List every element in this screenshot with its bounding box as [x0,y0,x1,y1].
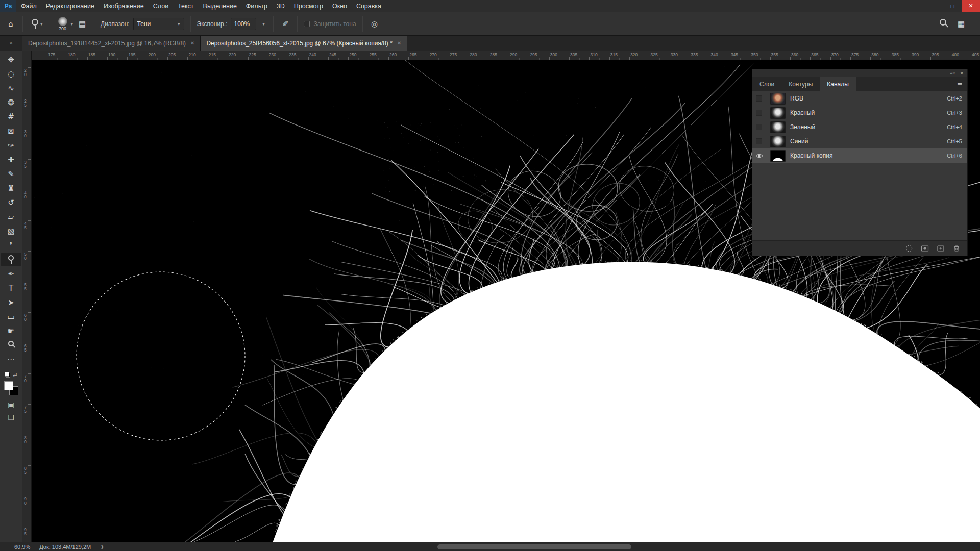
menu-3d[interactable]: 3D [272,0,289,12]
default-colors-icon[interactable] [5,372,10,378]
foreground-color-swatch[interactable] [4,381,13,390]
exposure-dropdown-arrow[interactable]: ▾ [260,18,267,30]
gradient-tool[interactable]: ▧ [1,224,21,238]
brush-preset-picker[interactable]: 700 [58,17,67,31]
ruler-tick [479,58,479,60]
ruler-tick [760,58,761,60]
collapse-panel-icon[interactable]: «« [950,71,955,76]
close-button[interactable]: ✕ [962,0,980,12]
edit-toolbar-button[interactable]: ⋯ [1,353,21,366]
type-tool[interactable]: T [1,281,21,295]
elliptical-marquee-tool[interactable]: ◌ [1,67,21,81]
ruler-label: 85 [24,466,27,474]
crop-tool[interactable]: # [1,110,21,123]
ruler-label: 340 [710,52,718,57]
ruler-tick [438,58,439,60]
ruler-label: 375 [850,52,859,57]
brush-tool[interactable]: ✎ [1,167,21,181]
ruler-label: 185 [87,52,95,57]
channel-thumbnail [770,136,786,147]
tab-close-icon[interactable]: ✕ [190,40,194,46]
channel-row-3[interactable]: СинийCtrl+5 [752,134,967,148]
tool-preset-picker[interactable]: ▾ [29,18,45,30]
ruler-tick [900,58,901,60]
airbrush-toggle[interactable]: ✐ [280,19,291,29]
pen-tool[interactable]: ✒ [1,267,21,281]
visibility-toggle[interactable] [752,110,766,116]
protect-tones-checkbox[interactable] [304,21,310,27]
search-icon[interactable] [938,17,947,27]
hand-tool[interactable]: ☛ [1,324,21,338]
channel-row-4[interactable]: Красный копияCtrl+6 [752,148,967,163]
clone-stamp-tool[interactable]: ♜ [1,181,21,195]
eyedropper-tool[interactable]: ✑ [1,138,21,152]
vertical-ruler[interactable]: 20253035404550556065707580859095 [22,60,32,542]
tab-close-icon[interactable]: ✕ [397,40,401,46]
frame-tool[interactable]: ⊠ [1,124,21,138]
minimize-button[interactable]: — [925,0,943,12]
dodge-tool[interactable] [1,253,21,266]
swap-colors-icon[interactable]: ⇄ [13,372,17,378]
menu-слои[interactable]: Слои [149,0,173,12]
panel-menu-icon[interactable]: ≡ [952,77,967,91]
new-channel-button[interactable] [937,244,945,253]
lasso-tool[interactable]: ∿ [1,81,21,95]
home-button[interactable]: ⌂ [5,19,16,29]
range-select[interactable]: Тени ▾ [133,18,184,30]
exposure-input[interactable] [231,18,256,30]
healing-brush-tool[interactable]: ✚ [1,153,21,166]
expand-dock-chevron[interactable]: » [0,36,22,51]
brush-settings-toggle[interactable]: ▤ [77,19,88,29]
menu-окно[interactable]: Окно [328,0,352,12]
ruler-label: 295 [529,52,537,57]
quick-selection-tool[interactable]: ❂ [1,95,21,109]
ruler-label: 275 [449,52,457,57]
close-panel-icon[interactable]: ✕ [960,71,964,76]
channel-row-2[interactable]: ЗеленыйCtrl+4 [752,120,967,134]
menu-изображение[interactable]: Изображение [99,0,149,12]
tab-channels[interactable]: Каналы [820,77,856,91]
pressure-toggle[interactable]: ◎ [369,19,380,29]
zoom-tool[interactable] [1,338,21,352]
blur-tool[interactable]: ❜ [1,238,21,252]
menu-справка[interactable]: Справка [352,0,386,12]
delete-channel-button[interactable] [952,244,961,253]
document-tab-1[interactable]: Depositphotos_191814452_xl-2015.jpg @ 16… [22,36,201,51]
menu-файл[interactable]: Файл [16,0,41,12]
document-tab-2[interactable]: Depositphotos_258456056_xl-2015.jpg @ 67… [201,36,407,51]
ruler-label: 55 [24,283,27,291]
channel-row-1[interactable]: КрасныйCtrl+3 [752,106,967,120]
crop-tool-icon: # [8,112,14,121]
rectangle-tool[interactable]: ▭ [1,310,21,323]
menu-выделение[interactable]: Выделение [199,0,241,12]
menu-текст[interactable]: Текст [173,0,198,12]
tab-layers[interactable]: Слои [752,77,781,91]
horizontal-scrollbar-thumb[interactable] [437,544,631,549]
ruler-label: 45 [24,221,27,230]
history-brush-tool[interactable]: ↺ [1,195,21,209]
quick-mask-button[interactable]: ▣ [8,400,14,409]
eraser-tool[interactable]: ▱ [1,210,21,223]
visibility-toggle[interactable] [752,95,766,102]
status-popup-arrow[interactable]: ❯ [100,544,104,549]
visibility-toggle[interactable] [752,138,766,144]
move-tool[interactable]: ✥ [1,53,21,66]
workspace-switcher-icon[interactable]: ▦ [955,19,967,29]
menu-фильтр[interactable]: Фильтр [241,0,272,12]
maximize-button[interactable]: □ [943,0,962,12]
save-selection-as-channel-button[interactable] [921,244,929,253]
horizontal-ruler[interactable]: 1751801851901952002052102152202252302352… [32,51,980,60]
load-channel-as-selection-button[interactable] [905,244,913,253]
ruler-label: 75 [24,405,27,413]
screen-mode-button[interactable]: ❏ [8,413,14,421]
visibility-eye-icon[interactable] [752,153,766,159]
channel-row-0[interactable]: RGBCtrl+2 [752,91,967,106]
path-selection-tool[interactable]: ➤ [1,295,21,309]
zoom-level-field[interactable]: 60,9% [14,544,30,550]
menu-просмотр[interactable]: Просмотр [289,0,328,12]
menu-редактирование[interactable]: Редактирование [41,0,99,12]
channel-thumbnail [770,121,786,133]
visibility-toggle[interactable] [752,124,766,130]
tab-paths[interactable]: Контуры [781,77,820,91]
channel-name: RGB [790,95,942,102]
